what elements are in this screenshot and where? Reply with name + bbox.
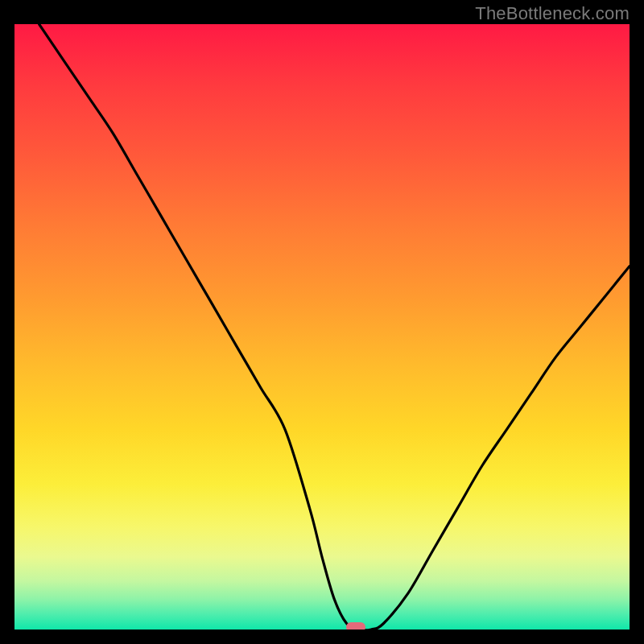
- chart-frame: TheBottleneck.com: [0, 0, 644, 644]
- bottleneck-curve-path: [39, 24, 630, 630]
- curve-svg: [14, 24, 630, 630]
- marker-pill: [346, 622, 365, 630]
- watermark-text: TheBottleneck.com: [475, 3, 630, 24]
- plot-area: [14, 24, 630, 630]
